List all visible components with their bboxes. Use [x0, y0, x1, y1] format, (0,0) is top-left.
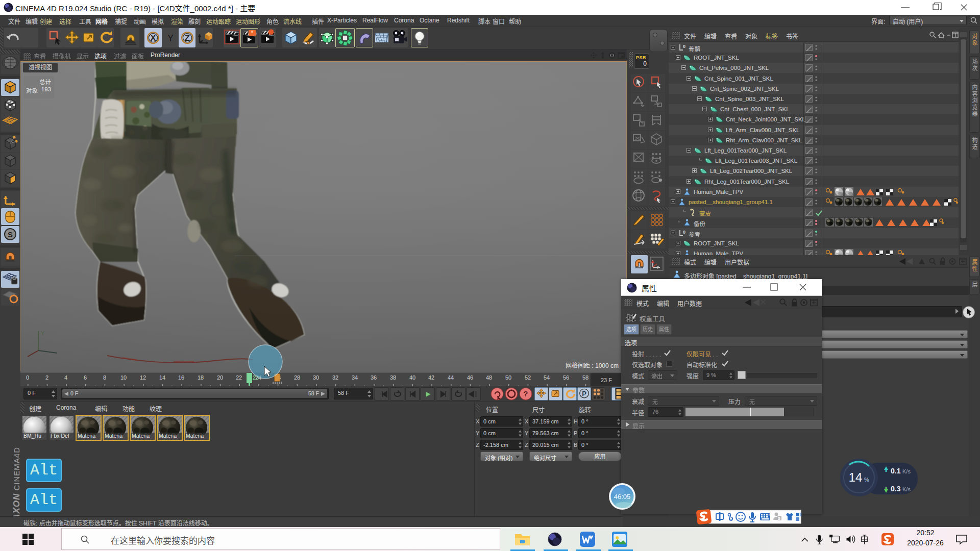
svg-text:?: ? — [523, 389, 528, 398]
svg-text:0.1: 0.1 — [891, 467, 901, 475]
svg-text:Y: Y — [41, 330, 45, 336]
svg-text:Z: Z — [184, 33, 189, 43]
svg-text:0: 0 — [683, 44, 685, 49]
svg-text:X: X — [150, 33, 156, 43]
svg-text:K/s: K/s — [902, 468, 911, 474]
svg-text:%: % — [864, 477, 869, 483]
svg-text:0: 0 — [683, 230, 685, 235]
svg-text:P: P — [582, 390, 586, 397]
svg-text:0.3: 0.3 — [891, 485, 901, 493]
svg-text:46:05: 46:05 — [614, 493, 631, 500]
svg-text:K/s: K/s — [902, 486, 911, 492]
svg-text:Y: Y — [167, 33, 173, 43]
svg-text:S: S — [8, 230, 13, 239]
svg-text:5: 5 — [778, 516, 780, 521]
svg-text:14: 14 — [849, 470, 863, 484]
